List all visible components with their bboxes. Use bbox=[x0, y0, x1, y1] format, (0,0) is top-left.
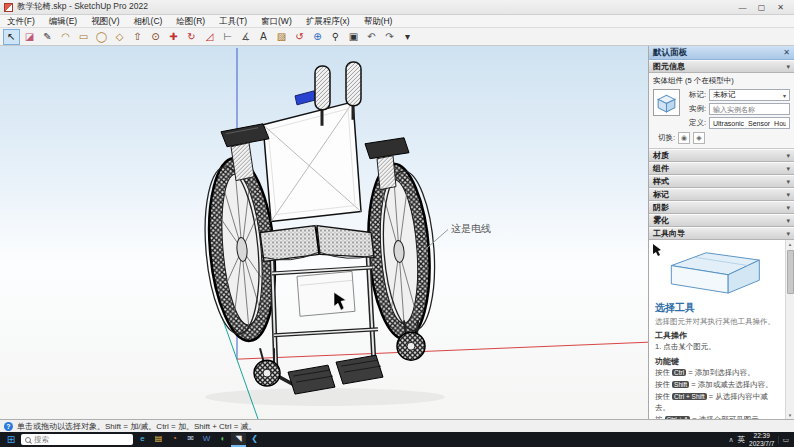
zoom-extents-tool[interactable]: ▣ bbox=[345, 29, 362, 45]
chevron-down-icon[interactable]: ▾ bbox=[786, 191, 790, 199]
notification-center-icon[interactable]: ▭ bbox=[778, 436, 789, 444]
menu-bar: 文件(F)编辑(E)视图(V)相机(C)绘图(R)工具(T)窗口(W)扩展程序(… bbox=[0, 15, 794, 28]
scroll-down-icon[interactable]: ▾ bbox=[789, 411, 792, 419]
text-tool[interactable]: A bbox=[255, 29, 272, 45]
scale-tool[interactable]: ◿ bbox=[201, 29, 218, 45]
sketchup-window: 教学轮椅.skp - SketchUp Pro 2022 — ▢ ✕ 文件(F)… bbox=[0, 0, 794, 447]
taskbar-app-vscode[interactable]: ❮ bbox=[247, 433, 262, 447]
locked-toggle-icon[interactable]: ◈ bbox=[693, 132, 705, 144]
tag-label: 标记: bbox=[684, 90, 706, 100]
orbit-tool[interactable]: ↺ bbox=[291, 29, 308, 45]
tag-dropdown[interactable]: 未标记 ▾ bbox=[709, 89, 790, 101]
tray-section-header[interactable]: 雾化 ▾ bbox=[649, 214, 794, 227]
language-indicator[interactable]: 英 bbox=[738, 435, 746, 445]
taskbar-app-explorer[interactable]: ▤ bbox=[151, 433, 166, 447]
taskbar-app-edge[interactable]: e bbox=[135, 433, 150, 447]
tray-close-icon[interactable]: ✕ bbox=[783, 48, 790, 57]
tool-icon: ▨ bbox=[277, 30, 286, 44]
instructor-header[interactable]: 工具向导 ▾ bbox=[649, 227, 794, 240]
window-title: 教学轮椅.skp - SketchUp Pro 2022 bbox=[17, 1, 148, 13]
tape-measure-tool[interactable]: ⊢ bbox=[219, 29, 236, 45]
menu-item[interactable]: 帮助(H) bbox=[357, 15, 400, 28]
chevron-down-icon[interactable]: ▾ bbox=[786, 217, 790, 225]
search-input[interactable] bbox=[34, 435, 129, 444]
tray-section-header[interactable]: 样式 ▾ bbox=[649, 175, 794, 188]
tray-section-header[interactable]: 材质 ▾ bbox=[649, 149, 794, 162]
clock-time: 22:39 bbox=[749, 432, 774, 439]
taskbar-app-wechat[interactable]: ◖ bbox=[215, 433, 230, 447]
toolbar-overflow[interactable]: ▾ bbox=[399, 29, 416, 45]
instructor-operation-title: 工具操作 bbox=[655, 330, 782, 342]
tray-section-header[interactable]: 标记 ▾ bbox=[649, 188, 794, 201]
maximize-button[interactable]: ▢ bbox=[752, 1, 771, 14]
menu-item[interactable]: 工具(T) bbox=[212, 15, 254, 28]
tray-section-header[interactable]: 阴影 ▾ bbox=[649, 201, 794, 214]
taskbar-app-word[interactable]: W bbox=[199, 433, 214, 447]
menu-item[interactable]: 绘图(R) bbox=[169, 15, 212, 28]
rotate-tool[interactable]: ↻ bbox=[183, 29, 200, 45]
offset-tool[interactable]: ⊙ bbox=[147, 29, 164, 45]
chevron-down-icon[interactable]: ▾ bbox=[786, 204, 790, 212]
menu-item[interactable]: 编辑(E) bbox=[42, 15, 84, 28]
help-icon[interactable]: ? bbox=[4, 422, 13, 431]
chevron-down-icon[interactable]: ▾ bbox=[786, 165, 790, 173]
taskbar-clock[interactable]: 22:39 2023/7/7 bbox=[749, 432, 774, 447]
left-caster-wheel bbox=[254, 360, 280, 386]
tool-icon: ◪ bbox=[25, 30, 34, 44]
search-icon bbox=[25, 437, 31, 443]
menu-item[interactable]: 相机(C) bbox=[127, 15, 170, 28]
menu-item[interactable]: 扩展程序(x) bbox=[299, 15, 357, 28]
menu-item[interactable]: 窗口(W) bbox=[254, 15, 299, 28]
taskbar-app-browser[interactable]: ◔ bbox=[167, 433, 182, 447]
definition-input[interactable] bbox=[709, 117, 790, 129]
chevron-down-icon[interactable]: ▾ bbox=[786, 152, 790, 160]
taskbar-app-mail[interactable]: ✉ bbox=[183, 433, 198, 447]
select-tool[interactable]: ↖ bbox=[3, 29, 20, 45]
move-tool[interactable]: ✚ bbox=[165, 29, 182, 45]
eraser-tool[interactable]: ◪ bbox=[21, 29, 38, 45]
paint-bucket-tool[interactable]: ▨ bbox=[273, 29, 290, 45]
pan-tool[interactable]: ⊕ bbox=[309, 29, 326, 45]
scroll-up-icon[interactable]: ▴ bbox=[789, 240, 792, 248]
instructor-keys-list: 按住 Ctrl = 添加到选择内容。 按住 Shift = 添加或减去选择内容。… bbox=[655, 368, 782, 419]
protractor-tool[interactable]: ∡ bbox=[237, 29, 254, 45]
chevron-down-icon[interactable]: ▾ bbox=[786, 178, 790, 186]
modifier-key-row: 按 Ctrl + A = 选择全部可见图元。 bbox=[655, 415, 782, 419]
minimize-button[interactable]: — bbox=[733, 1, 752, 14]
pushpull-tool[interactable]: ⇧ bbox=[129, 29, 146, 45]
taskbar-search[interactable] bbox=[21, 434, 133, 445]
chevron-down-icon[interactable]: ▾ bbox=[786, 230, 790, 238]
instructor-scrollbar[interactable]: ▴ ▾ bbox=[785, 240, 794, 419]
viewport-3d[interactable]: 这是电线 bbox=[0, 46, 648, 419]
start-button[interactable]: ⊞ bbox=[3, 432, 19, 447]
ground-shadow bbox=[205, 388, 445, 406]
zoom-tool[interactable]: ⚲ bbox=[327, 29, 344, 45]
scrollbar-thumb[interactable] bbox=[787, 250, 794, 294]
polygon-tool[interactable]: ◇ bbox=[111, 29, 128, 45]
circle-tool[interactable]: ◯ bbox=[93, 29, 110, 45]
arc-tool[interactable]: ◠ bbox=[57, 29, 74, 45]
menu-item[interactable]: 视图(V) bbox=[84, 15, 126, 28]
tool-icon: ▣ bbox=[349, 30, 358, 44]
chevron-down-icon[interactable]: ▾ bbox=[786, 63, 790, 71]
undo-tool[interactable]: ↶ bbox=[363, 29, 380, 45]
close-button[interactable]: ✕ bbox=[771, 1, 790, 14]
instructor-panel: 选择工具 选择图元并对其执行其他工具操作。 工具操作 1. 点击某个图元。 功能… bbox=[649, 240, 794, 419]
rectangle-tool[interactable]: ▭ bbox=[75, 29, 92, 45]
line-tool[interactable]: ✎ bbox=[39, 29, 56, 45]
entity-info-header[interactable]: 图元信息 ▾ bbox=[649, 60, 794, 73]
key-badge: Shift bbox=[672, 381, 689, 388]
tray-section-header[interactable]: 组件 ▾ bbox=[649, 162, 794, 175]
taskbar-app-sketchup[interactable]: ◥ bbox=[231, 433, 246, 447]
toolbar: ↖ ◪ ✎ ◠ ▭ ◯ ◇ bbox=[0, 28, 794, 46]
redo-tool[interactable]: ↷ bbox=[381, 29, 398, 45]
tray-expand-icon[interactable]: ∧ bbox=[728, 436, 733, 444]
taskbar-apps: e ▤ ◔ ✉ W ◖ bbox=[135, 433, 262, 447]
menu-item[interactable]: 文件(F) bbox=[0, 15, 42, 28]
hidden-toggle-icon[interactable]: ◉ bbox=[678, 132, 690, 144]
status-bar: ? 单击或拖动以选择对象。Shift = 加/减。Ctrl = 加。Shift … bbox=[0, 419, 794, 432]
wheelchair-model-scene: 这是电线 bbox=[0, 46, 648, 419]
instance-input[interactable] bbox=[709, 103, 790, 115]
instructor-header-title: 工具向导 bbox=[653, 228, 685, 239]
tray-section-title: 阴影 bbox=[653, 202, 669, 213]
